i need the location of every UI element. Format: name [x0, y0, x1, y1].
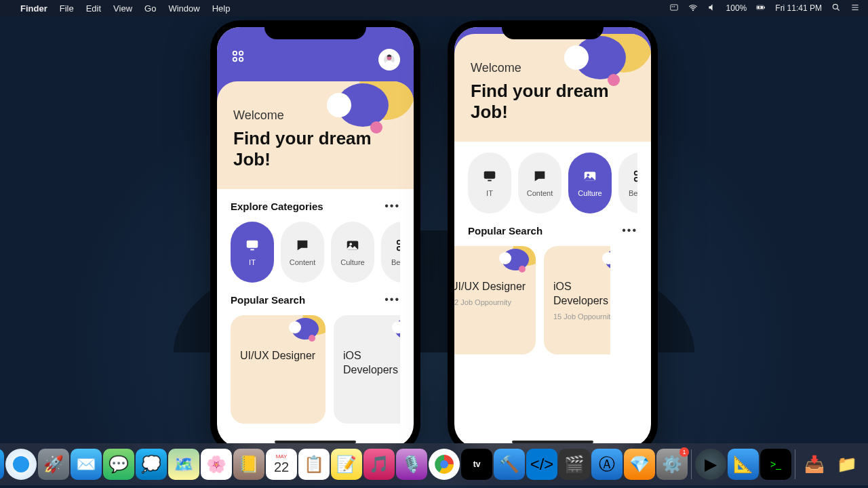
svg-point-29 — [392, 321, 400, 333]
svg-point-40 — [608, 74, 620, 86]
svg-point-9 — [233, 58, 237, 62]
dock-downloads-icon[interactable]: 📥 — [799, 449, 830, 480]
menubar-clock[interactable]: Fri 11:41 PM — [775, 3, 822, 13]
dock-mail-icon[interactable]: ✉️ — [71, 449, 102, 480]
svg-point-22 — [397, 247, 400, 251]
category-culture[interactable]: Culture — [568, 152, 612, 214]
dock-music-icon[interactable]: 🎵 — [363, 449, 395, 480]
dock-podcasts-icon[interactable]: 🎙️ — [396, 449, 427, 480]
popular-section: Popular Search ••• UI/UX Designer 12 Job… — [454, 214, 651, 354]
svg-point-8 — [239, 52, 243, 56]
explore-section: Explore Categories ••• IT Content Cultur… — [217, 189, 414, 283]
scissors-icon — [395, 238, 400, 253]
dock-safari-icon[interactable] — [5, 449, 37, 480]
battery-percent: 100% — [726, 3, 747, 13]
dock-chat-icon[interactable]: 💭 — [136, 449, 167, 480]
dock-messages-icon[interactable]: 💬 — [103, 449, 134, 480]
chat-icon — [532, 169, 547, 184]
dock-appstore-icon[interactable]: Ⓐ — [591, 449, 623, 480]
dock-settings-icon[interactable]: ⚙️1 — [656, 449, 688, 480]
dock-contacts-icon[interactable]: 📒 — [233, 449, 264, 480]
svg-point-26 — [309, 335, 315, 342]
svg-rect-0 — [670, 4, 677, 9]
scissors-icon — [633, 169, 637, 184]
category-it[interactable]: IT — [231, 222, 274, 283]
job-card-uiux[interactable]: UI/UX Designer 12 Job Oppournity — [454, 246, 536, 354]
category-beauty[interactable]: Beauty — [618, 152, 637, 214]
volume-icon[interactable] — [707, 3, 717, 14]
svg-point-45 — [635, 171, 637, 175]
menu-edit[interactable]: Edit — [86, 3, 101, 14]
image-icon — [583, 169, 597, 184]
dock-reminders-icon[interactable]: 📋 — [298, 449, 330, 480]
menu-go[interactable]: Go — [144, 3, 156, 14]
spotlight-icon[interactable] — [831, 3, 841, 14]
popular-more-icon[interactable]: ••• — [622, 224, 637, 237]
menu-help[interactable]: Help — [212, 3, 231, 14]
dock-finalcut-icon[interactable]: 🎬 — [559, 449, 590, 480]
popular-title: Popular Search — [231, 294, 305, 306]
svg-rect-5 — [764, 6, 765, 8]
wifi-icon[interactable] — [688, 3, 698, 14]
category-content[interactable]: Content — [518, 152, 561, 214]
dock-appletv-icon[interactable]: tv — [461, 449, 492, 480]
simulator-phone-left: Welcome Find your dream Job! Explore Cat… — [210, 20, 420, 454]
job-card-ios[interactable]: iOS Developers — [334, 315, 400, 424]
category-content[interactable]: Content — [281, 222, 324, 283]
dock-sketch-icon[interactable]: 💎 — [624, 449, 655, 480]
job-card-uiux[interactable]: UI/UX Designer — [231, 315, 326, 424]
dock-folder-icon[interactable]: 📁 — [831, 449, 863, 480]
card-decorative-shapes — [597, 246, 610, 281]
control-center-icon[interactable] — [850, 3, 860, 14]
explore-section: IT Content Culture Beauty — [454, 142, 651, 214]
dock-terminal-icon[interactable]: >_ — [760, 449, 791, 480]
explore-more-icon[interactable]: ••• — [384, 200, 400, 212]
menubar: Finder File Edit View Go Window Help 100… — [0, 0, 868, 16]
category-it[interactable]: IT — [468, 152, 511, 214]
menu-window[interactable]: Window — [168, 3, 199, 14]
svg-point-7 — [233, 52, 237, 56]
dock-maps-icon[interactable]: 🗺️ — [168, 449, 199, 480]
dock-screenshot-icon[interactable]: 📐 — [728, 449, 759, 480]
dock-calendar-icon[interactable]: MAY22 — [266, 449, 297, 480]
dock-quicktime-icon[interactable]: ▶ — [695, 449, 726, 480]
svg-point-15 — [327, 93, 351, 117]
dock-vscode-icon[interactable]: </> — [526, 449, 557, 480]
svg-point-44 — [587, 174, 589, 177]
svg-point-50 — [519, 266, 526, 272]
dock-photos-icon[interactable]: 🌸 — [201, 449, 232, 480]
svg-point-10 — [239, 58, 243, 62]
dock-launchpad-icon[interactable]: 🚀 — [38, 449, 69, 480]
dock-chrome-icon[interactable] — [429, 449, 460, 480]
svg-rect-41 — [484, 171, 496, 179]
dock-notes-icon[interactable]: 📝 — [331, 449, 362, 480]
avatar[interactable] — [378, 49, 400, 70]
svg-point-49 — [499, 252, 511, 264]
svg-rect-17 — [247, 241, 258, 248]
dock-separator — [691, 449, 692, 479]
card-decorative-shapes — [387, 315, 400, 350]
category-beauty[interactable]: Beauty — [381, 222, 400, 283]
explore-title: Explore Categories — [231, 201, 323, 212]
dock-xcode-icon[interactable]: 🔨 — [494, 449, 525, 480]
menu-file[interactable]: File — [60, 3, 74, 14]
menubar-app-name[interactable]: Finder — [20, 3, 47, 14]
dock-trash-icon[interactable]: 🗑️ — [864, 449, 868, 480]
hero-card: Welcome Find your dream Job! — [454, 34, 651, 142]
svg-point-6 — [833, 4, 837, 9]
dock-finder-icon[interactable] — [0, 449, 4, 480]
hero-decorative-shapes — [549, 34, 651, 102]
svg-point-25 — [289, 321, 301, 333]
svg-rect-42 — [488, 180, 492, 182]
dock-separator — [795, 449, 795, 479]
menu-view[interactable]: View — [113, 3, 132, 14]
input-menu-icon[interactable] — [669, 3, 679, 14]
job-card-ios[interactable]: iOS Developers 15 Job Oppournity — [544, 246, 610, 354]
category-culture[interactable]: Culture — [331, 222, 374, 283]
svg-point-20 — [349, 243, 352, 246]
card-decorative-shapes — [283, 315, 326, 350]
svg-rect-1 — [671, 6, 673, 7]
svg-point-46 — [635, 178, 637, 182]
menu-grid-icon[interactable] — [231, 49, 245, 66]
popular-more-icon[interactable]: ••• — [384, 293, 400, 306]
